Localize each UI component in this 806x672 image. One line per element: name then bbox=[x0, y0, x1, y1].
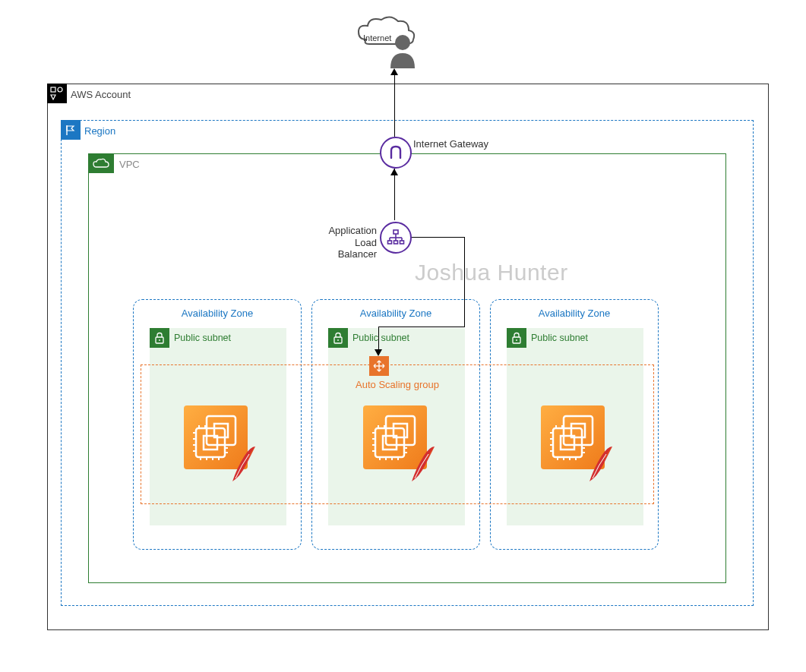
internet-user-icon bbox=[348, 12, 424, 73]
svg-point-2 bbox=[58, 87, 62, 92]
svg-rect-37 bbox=[386, 416, 415, 445]
asg-label: Auto Scaling group bbox=[141, 379, 653, 390]
az-label: Availability Zone bbox=[491, 308, 658, 319]
svg-rect-10 bbox=[388, 241, 392, 244]
ec2-instance-icon bbox=[363, 405, 427, 469]
cloud-icon bbox=[88, 153, 114, 173]
arrowhead-icon bbox=[390, 169, 398, 175]
svg-rect-53 bbox=[564, 416, 593, 445]
arrow-igw-to-alb bbox=[394, 169, 395, 220]
svg-rect-1 bbox=[51, 87, 55, 92]
alb-label-line1: Application bbox=[328, 225, 377, 236]
ec2-instance-icon bbox=[184, 405, 248, 469]
svg-rect-11 bbox=[394, 241, 398, 244]
lock-icon bbox=[150, 328, 169, 348]
aws-account-label: AWS Account bbox=[71, 89, 131, 100]
diagram-canvas: Internet AWS Account Region Internet Gat bbox=[0, 0, 806, 672]
internet-gateway-label: Internet Gateway bbox=[413, 138, 488, 150]
arrow-alb-horizontal bbox=[410, 237, 465, 238]
svg-rect-21 bbox=[207, 416, 235, 445]
region-label: Region bbox=[84, 125, 115, 137]
load-balancer-icon bbox=[380, 222, 412, 254]
svg-rect-39 bbox=[375, 428, 404, 457]
vpc-label: VPC bbox=[119, 159, 140, 170]
subnet-label: Public subnet bbox=[174, 333, 231, 343]
alb-label-line2: Load Balancer bbox=[338, 237, 377, 260]
gateway-icon bbox=[380, 137, 412, 169]
account-shapes-icon bbox=[47, 84, 67, 103]
ec2-instance-icon bbox=[541, 405, 605, 469]
arrow-internet-to-igw bbox=[394, 74, 395, 137]
arrow-alb-vertical1 bbox=[464, 237, 465, 327]
subnet-label: Public subnet bbox=[352, 333, 409, 343]
alb-label: Application Load Balancer bbox=[316, 225, 377, 260]
svg-point-0 bbox=[395, 35, 410, 50]
svg-rect-4 bbox=[394, 230, 398, 234]
az-label: Availability Zone bbox=[312, 308, 479, 319]
lock-icon bbox=[507, 328, 526, 348]
svg-rect-23 bbox=[196, 428, 225, 457]
autoscaling-icon bbox=[369, 356, 389, 376]
flag-icon bbox=[61, 120, 81, 140]
lock-icon bbox=[328, 328, 348, 348]
svg-rect-55 bbox=[553, 428, 582, 457]
internet-label: Internet bbox=[363, 33, 391, 43]
svg-rect-12 bbox=[400, 241, 404, 244]
arrow-alb-horizontal2 bbox=[378, 327, 465, 327]
subnet-label: Public subnet bbox=[531, 333, 588, 343]
arrowhead-icon bbox=[375, 349, 382, 356]
az-label: Availability Zone bbox=[134, 308, 301, 319]
arrowhead-icon bbox=[390, 68, 398, 75]
